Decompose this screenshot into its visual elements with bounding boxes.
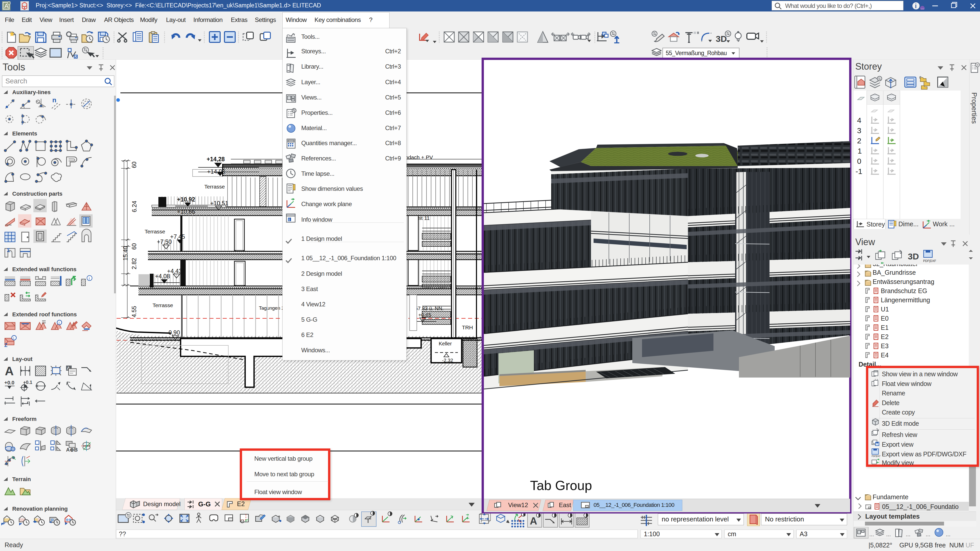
svg-text:i: i [915,3,917,10]
svg-text:-1: -1 [856,167,862,175]
svg-text:...: ... [906,531,910,537]
svg-text:+14,28: +14,28 [207,156,225,162]
svg-text:Tagungen 2: Tagungen 2 [259,305,284,311]
svg-text:60: 60 [131,243,137,250]
svg-text:Z: Z [4,342,7,348]
svg-text:+10,66: +10,66 [177,209,195,215]
svg-text:E2: E2 [881,333,889,340]
svg-text:...: ... [946,531,950,537]
svg-text:Construction parts: Construction parts [12,191,62,197]
svg-text:2: 2 [857,137,861,145]
svg-text:Extended wall functions: Extended wall functions [12,266,76,272]
svg-text:32_Raumblätter: 32_Raumblätter [873,264,918,268]
svg-text:BA_Grundrisse: BA_Grundrisse [873,269,916,276]
svg-text:Keller: Keller [439,341,452,346]
svg-text:05__12_-1_006_Foundatio: 05__12_-1_006_Foundatio [882,503,959,510]
svg-text:55_Vermaßung_Rohbau: 55_Vermaßung_Rohbau [666,50,727,56]
svg-text:Terrasse: Terrasse [145,229,165,234]
svg-text:...: ... [869,531,874,537]
svg-text:+7,45: +7,45 [170,233,185,240]
svg-text:ndach + PV: ndach + PV [405,154,433,160]
svg-text:TRH: TRH [462,325,473,330]
svg-text:PDF|DXF: PDF|DXF [923,259,936,263]
svg-text:0: 0 [857,157,861,165]
svg-text:4: 4 [857,116,861,124]
svg-text:i: i [59,320,59,325]
svg-text:A⊕B: A⊕B [66,447,78,452]
svg-text:Brandschutz EG: Brandschutz EG [881,287,927,295]
svg-text:+10,92: +10,92 [177,196,195,203]
svg-text:+10,51: +10,51 [210,200,228,207]
svg-text:Terrain: Terrain [12,476,31,483]
svg-text:3: 3 [857,126,861,135]
svg-text:i: i [89,276,90,280]
svg-text:Auxiliary-lines: Auxiliary-lines [12,90,51,96]
svg-text:E4: E4 [881,352,889,359]
svg-text:Längenermittlung: Längenermittlung [881,296,930,304]
svg-text:Freeform: Freeform [12,416,37,422]
svg-text:A: A [5,364,14,378]
svg-text:4.55: 4.55 [131,306,137,317]
svg-text:A: A [530,515,537,527]
svg-text:E1: E1 [881,324,889,331]
svg-text:n: n [52,96,56,104]
svg-text:Terrasse: Terrasse [204,184,225,190]
svg-text:U1: U1 [881,306,889,313]
svg-text:2.82: 2.82 [131,258,137,269]
svg-text:...: ... [926,531,930,537]
svg-text:15.40: 15.40 [122,246,129,261]
svg-text:i: i [13,336,14,340]
svg-text:-2,32: -2,32 [442,358,453,363]
svg-text:E3: E3 [881,342,889,349]
svg-text:Terrasse: Terrasse [153,302,173,308]
svg-text:E0: E0 [881,315,889,322]
svg-text:+0.0: +0.0 [4,380,14,385]
svg-text:Elements: Elements [12,131,37,137]
svg-text:Extended roof functions: Extended roof functions [12,311,77,318]
svg-text:3D: 3D [908,252,919,261]
svg-text:+4,08: +4,08 [155,273,170,280]
svg-text:Fundamente: Fundamente [873,493,908,500]
svg-text:Renovation planning: Renovation planning [12,506,68,512]
svg-text:Σ: Σ [7,247,10,253]
svg-text:1: 1 [858,147,862,155]
svg-text:Lay-out: Lay-out [12,356,33,362]
svg-text:...: ... [886,531,891,537]
svg-text:6.24: 6.24 [131,201,138,212]
svg-text:i: i [288,217,290,222]
svg-text:+0.1: +0.1 [23,380,32,385]
svg-text:Entwässerungsantrag: Entwässerungsantrag [873,278,934,285]
svg-text:60: 60 [131,161,137,168]
svg-text:3D: 3D [716,34,727,44]
svg-text:...: ... [921,5,924,10]
svg-text:+7,50: +7,50 [157,239,172,245]
